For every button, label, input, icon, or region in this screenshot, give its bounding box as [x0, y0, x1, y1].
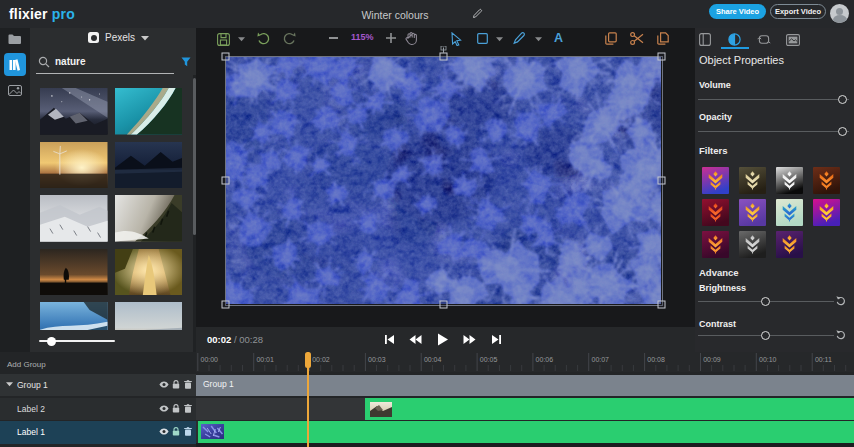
svg-text:00:08: 00:08: [647, 356, 665, 363]
svg-text:00:10: 00:10: [759, 356, 777, 363]
svg-text:00:02: 00:02: [312, 356, 330, 363]
svg-text:00:05: 00:05: [480, 356, 498, 363]
svg-text:00:11: 00:11: [815, 356, 832, 363]
svg-text:00:03: 00:03: [368, 356, 386, 363]
svg-text:00:09: 00:09: [703, 356, 721, 363]
svg-text:00:00: 00:00: [201, 356, 219, 363]
svg-text:00:07: 00:07: [592, 356, 610, 363]
svg-text:00:04: 00:04: [424, 356, 442, 363]
svg-text:00:01: 00:01: [256, 356, 274, 363]
svg-text:00:06: 00:06: [536, 356, 554, 363]
